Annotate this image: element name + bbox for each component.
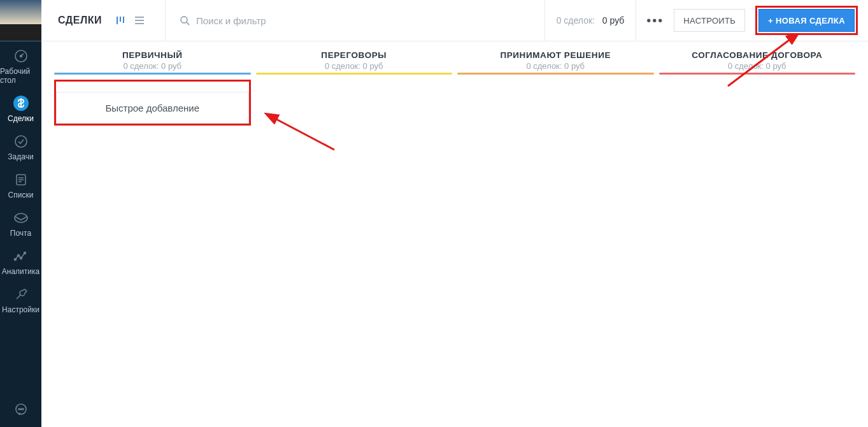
mail-icon <box>13 210 29 226</box>
sidebar: Рабочий стол Сделки Задачи Списки Почта <box>0 0 41 427</box>
column-divider <box>54 73 251 75</box>
svg-point-14 <box>181 17 187 23</box>
sidebar-item-label: Списки <box>8 191 34 199</box>
pipeline-column: ПЕРЕГОВОРЫ 0 сделок: 0 руб <box>253 50 455 427</box>
column-divider <box>256 73 453 75</box>
avatar[interactable] <box>0 0 41 41</box>
search-input[interactable] <box>196 15 336 26</box>
page-title: СДЕЛКИ <box>58 15 102 26</box>
svg-point-12 <box>20 409 22 410</box>
sidebar-item-lists[interactable]: Списки <box>0 165 41 203</box>
kanban-view-icon[interactable] <box>116 15 127 25</box>
more-icon[interactable]: ••• <box>646 14 664 27</box>
check-circle-icon <box>13 133 29 150</box>
sidebar-item-label: Настройки <box>2 305 39 314</box>
analytics-icon <box>13 248 29 264</box>
column-subtitle: 0 сделок: 0 руб <box>256 61 453 71</box>
sidebar-item-deals[interactable]: Сделки <box>0 89 41 127</box>
pipeline-column: СОГЛАСОВАНИЕ ДОГОВОРА 0 сделок: 0 руб <box>657 50 858 427</box>
sidebar-item-label: Рабочий стол <box>0 67 41 85</box>
column-divider <box>659 73 856 75</box>
pipeline-column: ПРИНИМАЮТ РЕШЕНИЕ 0 сделок: 0 руб <box>455 50 657 427</box>
column-divider <box>457 73 654 75</box>
sidebar-item-label: Задачи <box>8 152 33 161</box>
new-deal-button[interactable]: + НОВАЯ СДЕЛКА <box>758 9 855 32</box>
sidebar-item-settings[interactable]: Настройки <box>0 280 41 318</box>
main: СДЕЛКИ 0 сделок: 0 руб <box>41 0 868 427</box>
plus-icon: + <box>768 16 773 25</box>
column-subtitle: 0 сделок: 0 руб <box>54 61 251 71</box>
sidebar-item-label: Сделки <box>8 114 34 123</box>
column-title: ПЕРЕГОВОРЫ <box>256 50 453 60</box>
svg-point-9 <box>24 252 25 254</box>
sidebar-item-label: Почта <box>10 229 31 238</box>
annotation-highlight: + НОВАЯ СДЕЛКА <box>755 6 858 35</box>
svg-point-13 <box>22 409 24 410</box>
chat-icon <box>13 402 29 418</box>
column-title: ПРИНИМАЮТ РЕШЕНИЕ <box>457 50 654 60</box>
svg-point-6 <box>14 259 16 261</box>
sidebar-item-mail[interactable]: Почта <box>0 203 41 242</box>
pipeline-column: ПЕРВИЧНЫЙ 0 сделок: 0 руб Быстрое добавл… <box>52 50 253 427</box>
deals-icon <box>13 95 29 112</box>
list-icon <box>13 171 29 188</box>
summary-prefix: 0 сделок: <box>557 15 595 25</box>
deals-summary: 0 сделок: 0 руб <box>545 0 637 41</box>
pipeline-board: ПЕРВИЧНЫЙ 0 сделок: 0 руб Быстрое добавл… <box>41 41 868 427</box>
annotation-highlight: Быстрое добавление <box>54 80 251 126</box>
search-icon <box>180 15 190 25</box>
sidebar-item-tasks[interactable]: Задачи <box>0 127 41 165</box>
sidebar-item-chat[interactable] <box>0 395 41 427</box>
configure-button[interactable]: НАСТРОИТЬ <box>674 9 745 32</box>
view-toggle <box>116 15 145 25</box>
column-title: ПЕРВИЧНЫЙ <box>54 50 251 60</box>
gauge-icon <box>13 48 29 64</box>
column-title: СОГЛАСОВАНИЕ ДОГОВОРА <box>659 50 856 60</box>
svg-point-3 <box>15 136 27 147</box>
new-deal-label: НОВАЯ СДЕЛКА <box>776 16 845 25</box>
svg-point-7 <box>17 255 19 257</box>
svg-point-11 <box>18 409 20 410</box>
sidebar-item-label: Аналитика <box>2 267 39 276</box>
svg-point-8 <box>20 257 22 259</box>
topbar: СДЕЛКИ 0 сделок: 0 руб <box>41 0 868 41</box>
wrench-icon <box>13 286 29 303</box>
sidebar-item-analytics[interactable]: Аналитика <box>0 242 41 280</box>
column-subtitle: 0 сделок: 0 руб <box>659 61 856 71</box>
summary-value: 0 руб <box>602 15 624 25</box>
list-view-icon[interactable] <box>134 16 145 25</box>
svg-point-1 <box>20 55 22 57</box>
quick-add-button[interactable]: Быстрое добавление <box>56 92 249 124</box>
sidebar-item-dashboard[interactable]: Рабочий стол <box>0 41 41 89</box>
column-subtitle: 0 сделок: 0 руб <box>457 61 654 71</box>
